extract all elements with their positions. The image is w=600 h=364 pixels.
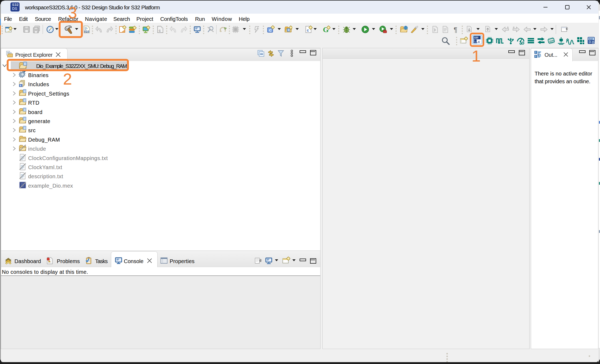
- svg-text:c: c: [24, 99, 25, 102]
- svg-text:c: c: [24, 108, 25, 111]
- svg-text:c: c: [24, 127, 25, 130]
- svg-text:c: c: [24, 90, 25, 93]
- svg-text:c: c: [307, 28, 309, 32]
- svg-text:C: C: [269, 28, 272, 32]
- svg-text:¶: ¶: [454, 26, 457, 33]
- svg-text:010: 010: [84, 30, 89, 33]
- svg-text:D: D: [589, 40, 591, 44]
- svg-text:c: c: [159, 28, 161, 33]
- svg-text:h: h: [20, 84, 21, 87]
- svg-text:c: c: [24, 117, 25, 120]
- svg-text:C: C: [288, 28, 290, 32]
- svg-text:S32: S32: [589, 38, 593, 40]
